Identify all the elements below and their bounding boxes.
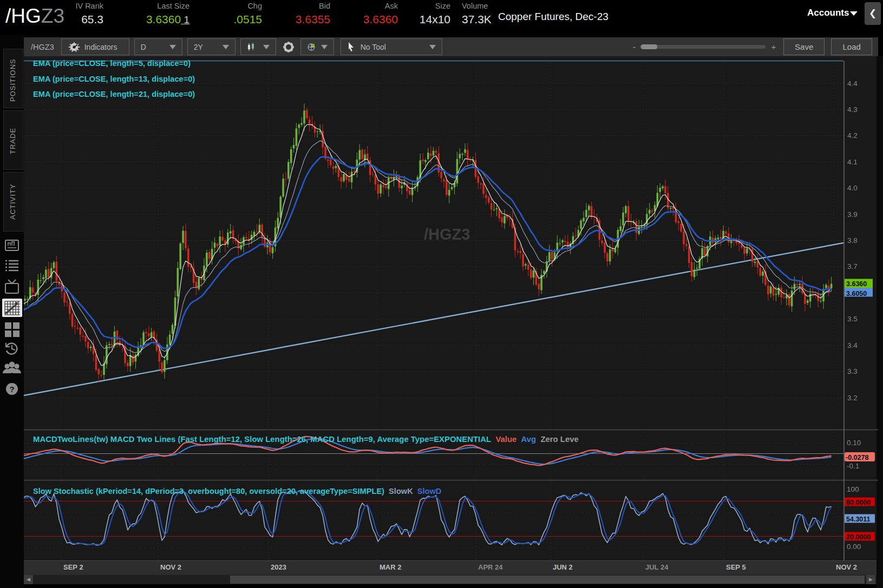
svg-text:/HGZ3: /HGZ3 <box>424 226 470 243</box>
svg-text:4.4: 4.4 <box>847 80 858 88</box>
svg-text:0.00: 0.00 <box>847 543 861 551</box>
svg-text:NOV 2: NOV 2 <box>836 563 857 571</box>
svg-text:NOV 2: NOV 2 <box>160 563 181 571</box>
svg-text:0.10: 0.10 <box>847 439 861 447</box>
svg-text:100: 100 <box>847 485 859 493</box>
svg-text:JUL 24: JUL 24 <box>645 563 669 571</box>
svg-text:Slow Stochastic (kPeriod=14, d: Slow Stochastic (kPeriod=14, dPeriod=3, … <box>33 487 441 495</box>
svg-text:20.0000: 20.0000 <box>846 533 871 541</box>
svg-text:SEP 5: SEP 5 <box>726 563 746 571</box>
svg-text:4.1: 4.1 <box>847 158 858 166</box>
svg-text:3.4: 3.4 <box>847 341 858 349</box>
svg-text:4.3: 4.3 <box>847 105 858 114</box>
svg-text:EMA (price=CLOSE, length=13, d: EMA (price=CLOSE, length=13, displace=0) <box>33 75 195 83</box>
svg-text:3.2: 3.2 <box>847 394 858 402</box>
svg-text:3.3: 3.3 <box>847 367 858 375</box>
svg-text:-0.0278: -0.0278 <box>846 454 868 461</box>
svg-text:4.2: 4.2 <box>847 131 858 140</box>
svg-text:EMA (price=CLOSE, length=5, di: EMA (price=CLOSE, length=5, displace=0) <box>33 59 191 68</box>
svg-text:EMA (price=CLOSE, length=21, d: EMA (price=CLOSE, length=21, displace=0) <box>33 90 195 98</box>
svg-text:3.9: 3.9 <box>847 210 858 219</box>
svg-text:?: ? <box>9 385 14 394</box>
svg-text:JUN 2: JUN 2 <box>553 563 573 571</box>
svg-text:80.0000: 80.0000 <box>846 499 871 506</box>
svg-text:4.0: 4.0 <box>847 184 858 192</box>
svg-text:-0.1: -0.1 <box>847 462 859 470</box>
svg-text:54.3011: 54.3011 <box>846 516 871 523</box>
svg-text:MAR 2: MAR 2 <box>380 563 401 571</box>
svg-text:3.8: 3.8 <box>847 236 858 245</box>
svg-text:SEP 2: SEP 2 <box>63 563 83 571</box>
svg-text:3.6360: 3.6360 <box>846 280 867 288</box>
svg-text:MACDTwoLines(tw) MACD Two Line: MACDTwoLines(tw) MACD Two Lines (Fast Le… <box>33 435 579 444</box>
svg-text:APR 24: APR 24 <box>478 563 503 571</box>
svg-text:3.6050: 3.6050 <box>846 290 867 298</box>
svg-text:3.5: 3.5 <box>847 315 858 323</box>
svg-text:2023: 2023 <box>271 563 286 571</box>
svg-text:3.7: 3.7 <box>847 262 858 270</box>
